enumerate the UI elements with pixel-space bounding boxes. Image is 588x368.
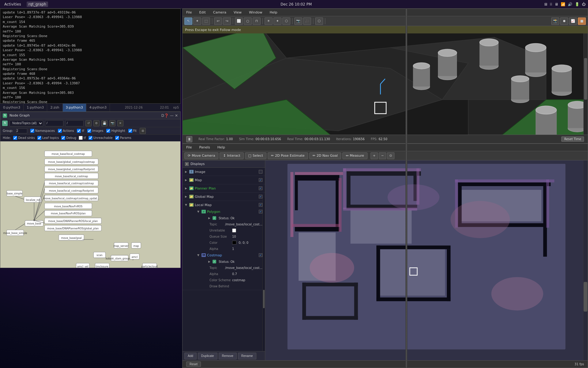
rviz-screenshot[interactable]: 📸 <box>551 17 559 25</box>
rviz-sphere[interactable]: ○ <box>244 17 252 25</box>
polygon-expander[interactable]: ▼ <box>197 210 200 213</box>
rviz-redo[interactable]: ↪ <box>223 17 231 25</box>
local-map-checkbox[interactable]: ✓ <box>259 203 262 207</box>
help-icon[interactable]: D❓ <box>161 113 169 118</box>
reset-time-btn[interactable]: Reset Time <box>561 136 584 142</box>
rviz-bottom-menu-help[interactable]: Help <box>216 145 226 150</box>
apps-icon[interactable]: ⁞⁞ <box>550 2 552 6</box>
remove-display-btn[interactable]: Remove <box>219 353 237 359</box>
rviz-play-btn[interactable]: ⏸ <box>186 136 192 142</box>
rviz-menu-file[interactable]: File <box>185 10 193 15</box>
highlight-checkbox[interactable]: Highlight <box>106 129 125 133</box>
hide-params[interactable]: Params <box>115 136 131 140</box>
move-camera-btn[interactable]: ⟳ Move Camera <box>184 152 218 159</box>
hide-unreachable[interactable]: Unreachable <box>89 136 113 140</box>
tab-0-python3[interactable]: 0:python3 <box>0 104 24 112</box>
power-icon[interactable]: ⏻ <box>582 2 586 6</box>
close-icon[interactable]: ✕ <box>175 113 178 118</box>
displays-scrollbar[interactable] <box>262 198 265 351</box>
display-row-local-map[interactable]: ▼ 📁 Local Map ✓ <box>183 201 265 208</box>
rviz-light[interactable]: ✦ <box>273 17 281 25</box>
rviz-menu-camera[interactable]: Camera <box>212 10 228 15</box>
rviz-menu-view[interactable]: View <box>232 10 243 15</box>
hide-debug[interactable]: Debug <box>61 136 76 140</box>
settings-icon[interactable]: — <box>170 113 174 118</box>
ng-filter-input1[interactable] <box>45 120 63 126</box>
planner-checkbox[interactable]: ✓ <box>259 186 262 190</box>
rviz-menu-window[interactable]: Window <box>248 10 263 15</box>
rviz-cursor-tool[interactable]: ✦ <box>193 17 201 25</box>
rviz-render[interactable]: ■ <box>578 17 586 25</box>
volume-icon[interactable]: 🔊 <box>568 2 572 6</box>
add-display-btn[interactable]: Add <box>184 353 197 359</box>
namespaces-checkbox[interactable]: Namespaces <box>30 129 55 133</box>
ng-close-btn[interactable]: ✕ <box>117 120 123 126</box>
nodegraph-canvas[interactable]: move_base/local_costmap move_base/global… <box>0 141 180 268</box>
rviz-menu-edit[interactable]: Edit <box>198 10 207 15</box>
polygon-checkbox[interactable]: ✓ <box>259 210 262 213</box>
ng-save-btn[interactable]: 💾 <box>101 120 107 126</box>
display-icon[interactable]: 🖥 <box>555 2 558 6</box>
image-checkbox[interactable] <box>259 170 262 174</box>
network-icon[interactable]: 📶 <box>561 2 565 6</box>
displays-toggle[interactable]: ▾ <box>185 162 189 166</box>
rviz-camera2[interactable]: 🎥 <box>303 17 311 25</box>
rviz-3d-viewport[interactable] <box>183 33 588 135</box>
focus-btn[interactable]: ⊙ <box>387 152 394 159</box>
global-map-expander[interactable]: ▶ <box>185 195 188 198</box>
display-row-map[interactable]: ▶ 📁 Map ✓ <box>183 177 265 183</box>
costmap-expander[interactable]: ▼ <box>197 254 200 257</box>
duplicate-display-btn[interactable]: Duplicate <box>198 353 217 359</box>
rviz-move-tool[interactable]: ⬚ <box>202 17 210 25</box>
rviz-bottom-menu-file[interactable]: File <box>185 145 193 150</box>
tab-3-python3[interactable]: 3:python3 <box>63 104 86 112</box>
costmap-checkbox[interactable]: ✓ <box>259 253 262 257</box>
ng-settings-btn[interactable]: ⚙ <box>93 120 100 126</box>
display-row-planner[interactable]: ▶ 📁 Planner Plan ✓ <box>183 185 265 192</box>
rviz-undo[interactable]: ↩ <box>214 17 222 25</box>
tab-4-python3[interactable]: 4:python3 <box>86 104 110 112</box>
rviz-graph[interactable]: 📈 <box>569 17 577 25</box>
ng-filter-select[interactable]: Nodes/Topics (all) <box>9 120 43 126</box>
activities-button[interactable]: Activities <box>2 2 23 7</box>
rviz-camera1[interactable]: 📷 <box>294 17 302 25</box>
display-row-image[interactable]: ▶ I Image <box>183 168 265 175</box>
zoom-in-btn[interactable]: + <box>371 152 378 159</box>
panel-drag-handle[interactable] <box>405 9 407 368</box>
rqt-graph-button[interactable]: rqt_graph <box>27 2 48 7</box>
rviz-cube[interactable]: ⬜ <box>235 17 243 25</box>
hide-leaf-topics[interactable]: Leaf topics <box>37 136 59 140</box>
fit-checkbox[interactable]: Fit <box>128 129 137 133</box>
tab-2-zsh[interactable]: 2:zsh <box>47 104 62 112</box>
ng-screenshot-btn[interactable]: 📷 <box>109 120 115 126</box>
tab-1-python3[interactable]: 1:python3 <box>24 104 47 112</box>
rviz-select-tool[interactable]: ↖ <box>184 17 192 25</box>
image-expander[interactable]: ▶ <box>185 170 188 173</box>
zoom-out-btn[interactable]: − <box>379 152 386 159</box>
hide-tf[interactable]: tf <box>79 136 86 140</box>
reset-btn[interactable]: Reset <box>186 362 201 367</box>
map-checkbox[interactable]: ✓ <box>259 178 262 182</box>
nav-goal-btn[interactable]: ✏ 2D Nav Goal <box>309 152 341 159</box>
rviz-material[interactable]: ⬡ <box>282 17 290 25</box>
rviz-sun[interactable]: ☀ <box>265 17 273 25</box>
rviz-menu-help[interactable]: Help <box>268 10 278 15</box>
planner-expander[interactable]: ▶ <box>185 187 188 190</box>
battery-icon[interactable]: 🔋 <box>575 2 579 6</box>
select-btn[interactable]: □ Select <box>245 152 266 159</box>
ng-fit-btn[interactable]: ⊞ <box>140 128 146 134</box>
polygon-unreliable-check[interactable] <box>232 228 236 232</box>
measure-btn[interactable]: ↔ Measure <box>342 152 368 159</box>
images-checkbox[interactable]: Images <box>87 129 104 133</box>
rviz-record[interactable]: ⏺ <box>560 17 568 25</box>
map-2d-viewport[interactable] <box>265 160 588 360</box>
group-input[interactable] <box>16 128 27 133</box>
rviz-bottom-menu-panels[interactable]: Panels <box>198 145 211 150</box>
display-row-polygon[interactable]: ▼ ✓ Polygon ✓ <box>191 208 265 215</box>
ng-refresh-btn[interactable]: ↺ <box>85 120 92 126</box>
tf-checkbox[interactable]: tf <box>77 129 84 133</box>
actions-checkbox[interactable]: Actions <box>58 129 74 133</box>
global-map-checkbox[interactable]: ✓ <box>259 195 262 198</box>
map-expander[interactable]: ▶ <box>185 178 188 182</box>
grid-icon[interactable]: ⊞ <box>544 2 547 6</box>
